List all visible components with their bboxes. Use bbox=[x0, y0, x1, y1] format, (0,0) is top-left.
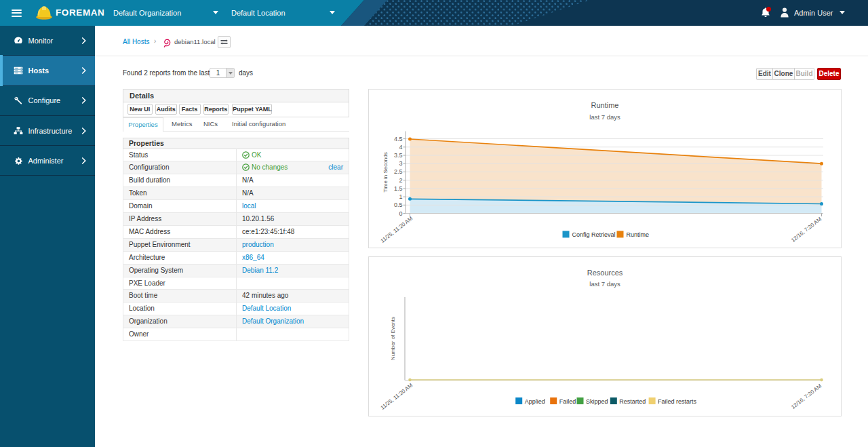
svg-text:3.5: 3.5 bbox=[394, 152, 403, 159]
svg-text:0.5: 0.5 bbox=[394, 201, 403, 208]
svg-text:4.5: 4.5 bbox=[394, 136, 403, 142]
svg-text:1.5: 1.5 bbox=[394, 185, 403, 192]
svg-text:Skipped: Skipped bbox=[586, 398, 608, 405]
svg-text:Applied: Applied bbox=[525, 398, 545, 405]
svg-text:12/16, 7:20 AM: 12/16, 7:20 AM bbox=[790, 216, 823, 243]
svg-text:Failed restarts: Failed restarts bbox=[658, 398, 697, 405]
svg-text:Config Retrieval: Config Retrieval bbox=[572, 231, 616, 238]
svg-text:Runtime: Runtime bbox=[627, 231, 650, 238]
svg-text:1: 1 bbox=[399, 193, 402, 200]
svg-text:Restarted: Restarted bbox=[619, 398, 646, 405]
svg-text:4: 4 bbox=[399, 144, 402, 151]
svg-text:2: 2 bbox=[399, 177, 402, 184]
svg-text:Time in Seconds: Time in Seconds bbox=[382, 152, 389, 192]
svg-text:11/25, 11:20 AM: 11/25, 11:20 AM bbox=[380, 215, 414, 244]
svg-text:Number of Events: Number of Events bbox=[390, 317, 396, 360]
svg-text:0: 0 bbox=[399, 210, 402, 217]
svg-text:2.5: 2.5 bbox=[394, 168, 403, 175]
svg-text:3: 3 bbox=[399, 160, 402, 167]
svg-text:11/25, 11:20 AM: 11/25, 11:20 AM bbox=[380, 382, 414, 410]
svg-text:Failed: Failed bbox=[559, 398, 576, 405]
svg-text:12/16, 7:20 AM: 12/16, 7:20 AM bbox=[790, 383, 823, 410]
